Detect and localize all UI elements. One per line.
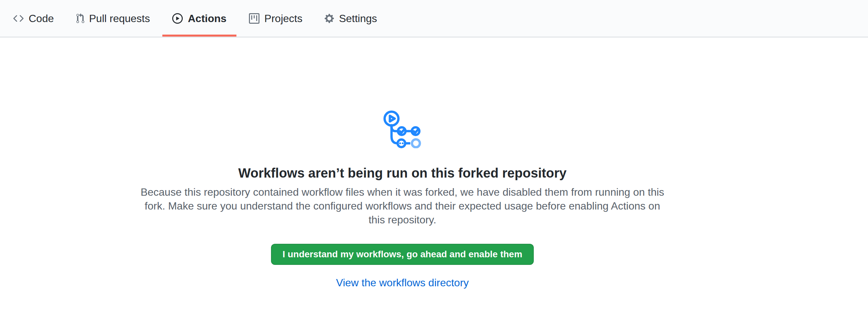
tab-pull-requests[interactable]: Pull requests (66, 0, 160, 37)
blankslate-column: Workflows aren’t being run on this forke… (0, 109, 805, 289)
git-pull-request-icon (76, 13, 84, 24)
tab-code[interactable]: Code (3, 0, 64, 37)
tab-actions-label: Actions (188, 13, 226, 24)
workflows-link-row: View the workflows directory (0, 277, 805, 289)
workflow-graph-icon (0, 109, 805, 148)
tab-projects[interactable]: Projects (239, 0, 312, 37)
gear-icon (325, 13, 334, 24)
project-icon (249, 13, 259, 24)
tab-settings-label: Settings (339, 13, 377, 24)
tab-pull-requests-label: Pull requests (89, 13, 150, 24)
tab-settings[interactable]: Settings (315, 0, 387, 37)
enable-workflows-button[interactable]: I understand my workflows, go ahead and … (271, 244, 534, 265)
actions-blankslate: Workflows aren’t being run on this forke… (0, 109, 868, 289)
tab-code-label: Code (29, 13, 54, 24)
blankslate-description: Because this repository contained workfl… (136, 185, 669, 227)
play-icon (172, 13, 183, 24)
blankslate-heading: Workflows aren’t being run on this forke… (0, 165, 805, 181)
tab-actions[interactable]: Actions (162, 0, 236, 37)
view-workflows-directory-link[interactable]: View the workflows directory (336, 277, 469, 289)
tab-projects-label: Projects (265, 13, 303, 24)
repo-nav: Code Pull requests Actions Projects Sett… (0, 0, 868, 37)
code-icon (13, 13, 24, 24)
